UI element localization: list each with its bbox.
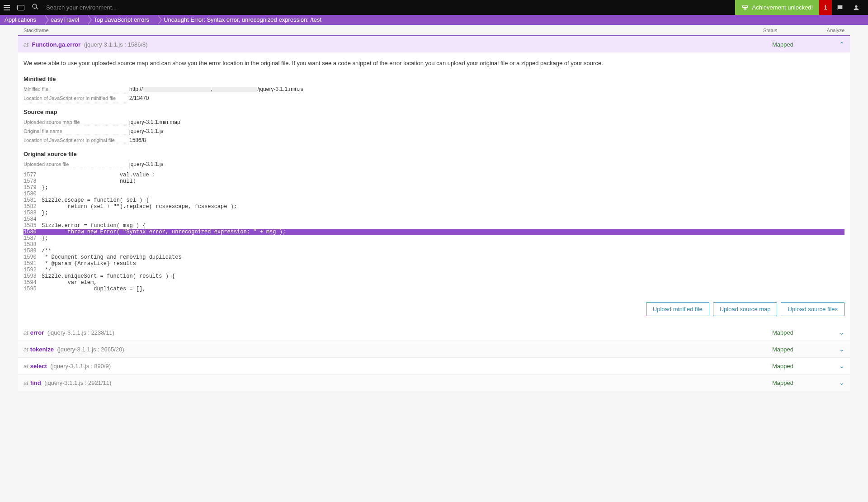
section-sourcemap: Source map (24, 109, 844, 115)
source-code-block: 1577 val.value :1578 null;1579};15801581… (24, 172, 844, 292)
code-line: 1582 return (sel + "").replace( rcssesca… (24, 204, 844, 210)
kv-key: Location of JavaScript error in original… (24, 137, 127, 144)
crumb-current: Uncaught Error: Syntax error, unrecogniz… (157, 15, 330, 25)
stackframe-row[interactable]: atselect (jquery-3.1.1.js : 890/9)Mapped… (18, 358, 850, 374)
section-original: Original source file (24, 151, 844, 157)
chat-icon[interactable] (832, 0, 848, 15)
achievement-label: Achievement unlocked! (752, 4, 813, 11)
code-line: 1579}; (24, 185, 844, 191)
at-label: at (24, 329, 28, 336)
crumb-app[interactable]: easyTravel (44, 15, 87, 25)
breadcrumb: Applications easyTravel Top JavaScript e… (0, 15, 868, 25)
status-badge: Mapped (772, 379, 826, 386)
kv-val: jquery-3.1.1.min.map (127, 119, 180, 126)
code-line: 1583}; (24, 210, 844, 216)
fn-location: (jquery-3.1.1.js : 2921/11) (43, 379, 112, 386)
kv-val: 1586/8 (127, 137, 146, 144)
col-status: Status (763, 28, 817, 33)
code-line: 1581Sizzle.escape = function( sel ) { (24, 197, 844, 204)
code-line: 1578 null; (24, 178, 844, 185)
col-stackframe: Stackframe (24, 28, 763, 33)
fn-name: Function.ga.error (32, 41, 80, 48)
section-minified: Minified file (24, 76, 844, 82)
code-line: 1594 var elem, (24, 279, 844, 286)
notification-count[interactable]: 1 (819, 0, 832, 15)
code-line: 1585Sizzle.error = function( msg ) { (24, 223, 844, 229)
code-line: 1586 throw new Error( "Syntax error, unr… (24, 229, 844, 235)
search-input[interactable] (46, 4, 182, 11)
at-label: at (24, 379, 28, 386)
upload-minified-button[interactable]: Upload minified file (646, 302, 709, 316)
code-line: 1595 duplicates = [], (24, 286, 844, 292)
kv-key: Original file name (24, 128, 127, 135)
user-icon[interactable] (848, 0, 864, 15)
kv-val: http://,/jquery-3.1.1.min.js (127, 86, 303, 93)
kv-val: 2/13470 (127, 95, 149, 102)
chevron-up-icon[interactable]: ⌃ (839, 41, 844, 48)
crumb-errors[interactable]: Top JavaScript errors (87, 15, 157, 25)
status-badge: Mapped (772, 41, 826, 48)
dashboard-icon[interactable] (17, 5, 24, 10)
fn-location: (jquery-3.1.1.js : 2665/20) (56, 346, 124, 353)
kv-key: Uploaded source file (24, 161, 127, 168)
status-badge: Mapped (772, 363, 826, 369)
code-line: 1590 * Document sorting and removing dup… (24, 254, 844, 260)
at-label: at (24, 363, 28, 369)
crumb-applications[interactable]: Applications (0, 15, 44, 25)
code-line: 1577 val.value : (24, 172, 844, 178)
fn-name: find (30, 379, 41, 386)
code-line: 1589/** (24, 248, 844, 254)
chevron-down-icon[interactable]: ⌄ (839, 362, 844, 369)
status-badge: Mapped (772, 346, 826, 353)
stackframe-row[interactable]: attokenize (jquery-3.1.1.js : 2665/20)Ma… (18, 341, 850, 358)
code-line: 1587}; (24, 235, 844, 242)
fn-location: (jquery-3.1.1.js : 2238/11) (46, 329, 114, 336)
fn-name: select (30, 363, 47, 369)
fn-name: tokenize (30, 346, 54, 353)
code-line: 1588 (24, 242, 844, 248)
intro-text: We were able to use your uploaded source… (24, 60, 844, 66)
code-line: 1592 */ (24, 267, 844, 273)
code-line: 1593Sizzle.uniqueSort = function( result… (24, 273, 844, 279)
kv-val: jquery-3.1.1.js (127, 161, 163, 168)
stackframe-detail: We were able to use your uploaded source… (18, 52, 850, 324)
chevron-down-icon[interactable]: ⌄ (839, 329, 844, 336)
fn-location: (jquery-3.1.1.js : 890/9) (49, 363, 111, 369)
achievement-banner[interactable]: Achievement unlocked! (735, 0, 819, 15)
col-analyze: Analyze (817, 28, 844, 33)
at-label: at (24, 41, 28, 48)
status-badge: Mapped (772, 329, 826, 336)
redacted (212, 87, 257, 92)
trophy-icon (741, 4, 749, 11)
at-label: at (24, 346, 28, 353)
upload-sourcemap-button[interactable]: Upload source map (713, 302, 778, 316)
chevron-down-icon[interactable]: ⌄ (839, 379, 844, 386)
code-line: 1580 (24, 191, 844, 197)
kv-val: jquery-3.1.1.js (127, 128, 163, 135)
chevron-down-icon[interactable]: ⌄ (839, 346, 844, 353)
stackframe-table-head: Stackframe Status Analyze (18, 25, 850, 35)
fn-location: (jquery-3.1.1.js : 1586/8) (84, 41, 148, 48)
stackframe-row[interactable]: aterror (jquery-3.1.1.js : 2238/11)Mappe… (18, 324, 850, 341)
menu-icon[interactable] (4, 5, 10, 10)
kv-key: Minified file (24, 86, 127, 93)
kv-key: Uploaded source map file (24, 119, 127, 126)
kv-key: Location of JavaScript error in minified… (24, 95, 127, 102)
fn-name: error (30, 329, 44, 336)
upload-source-button[interactable]: Upload source files (781, 302, 844, 316)
stackframe-row-expanded[interactable]: at Function.ga.error (jquery-3.1.1.js : … (18, 35, 850, 52)
stackframe-row[interactable]: atfind (jquery-3.1.1.js : 2921/11)Mapped… (18, 374, 850, 391)
search-icon[interactable] (32, 3, 39, 12)
code-line: 1584 (24, 216, 844, 223)
code-line: 1591 * @param {ArrayLike} results (24, 260, 844, 267)
redacted (143, 87, 211, 92)
topbar: Achievement unlocked! 1 (0, 0, 868, 15)
